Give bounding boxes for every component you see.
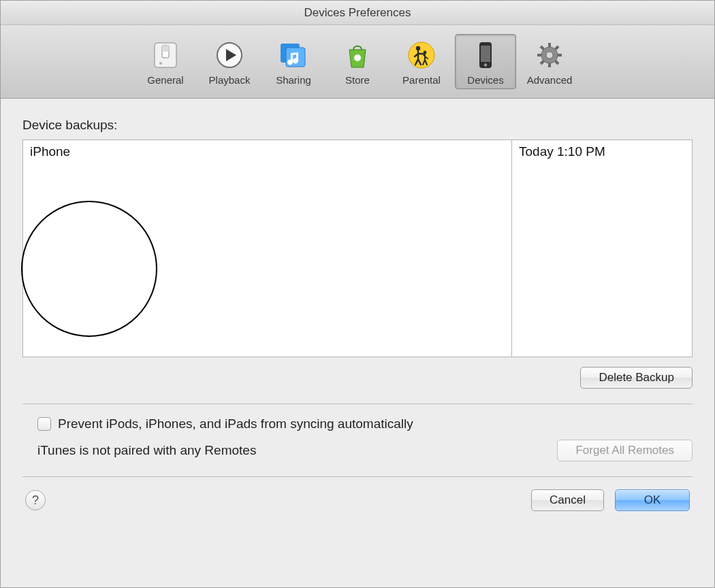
- tab-devices[interactable]: Devices: [455, 34, 516, 89]
- help-icon: ?: [32, 493, 39, 508]
- parental-icon: [405, 39, 438, 71]
- svg-line-20: [541, 46, 544, 50]
- remotes-status-label: iTunes is not paired with any Remotes: [37, 443, 256, 458]
- music-folders-icon: [277, 39, 310, 71]
- tab-label: Advanced: [527, 74, 573, 86]
- prevent-sync-label: Prevent iPods, iPhones, and iPads from s…: [58, 416, 413, 431]
- backup-names-column: iPhone: [23, 140, 512, 357]
- titlebar: Devices Preferences: [1, 1, 714, 25]
- prevent-sync-row: Prevent iPods, iPhones, and iPads from s…: [22, 416, 693, 431]
- device-backups-label: Device backups:: [22, 118, 693, 133]
- divider: [22, 404, 693, 404]
- backup-row-time: Today 1:10 PM: [512, 140, 692, 163]
- tab-label: General: [147, 74, 183, 86]
- svg-line-22: [541, 61, 544, 65]
- svg-point-14: [484, 63, 487, 66]
- forget-remotes-button[interactable]: Forget All Remotes: [557, 440, 693, 461]
- help-button[interactable]: ?: [25, 490, 46, 510]
- svg-point-3: [159, 62, 162, 65]
- svg-line-23: [556, 46, 559, 50]
- svg-point-24: [546, 52, 553, 59]
- delete-backup-button[interactable]: Delete Backup: [580, 367, 693, 389]
- svg-point-9: [409, 42, 434, 68]
- svg-line-21: [556, 61, 559, 65]
- ok-button[interactable]: OK: [615, 489, 690, 511]
- switch-icon: [149, 39, 182, 71]
- tab-advanced[interactable]: Advanced: [519, 34, 580, 89]
- backup-times-column: Today 1:10 PM: [512, 140, 692, 357]
- window-title: Devices Preferences: [304, 6, 411, 20]
- tab-label: Parental: [402, 74, 441, 86]
- play-icon: [213, 39, 246, 71]
- prevent-sync-checkbox[interactable]: [37, 417, 51, 431]
- shopping-bag-icon: [341, 39, 374, 71]
- svg-point-8: [354, 54, 361, 61]
- svg-rect-13: [481, 46, 490, 62]
- tab-sharing[interactable]: Sharing: [263, 34, 324, 89]
- tab-label: Devices: [467, 74, 503, 86]
- backup-row-name[interactable]: iPhone: [23, 140, 511, 163]
- tab-store[interactable]: Store: [327, 34, 388, 89]
- cancel-button[interactable]: Cancel: [531, 489, 604, 511]
- tab-playback[interactable]: Playback: [199, 34, 260, 89]
- toolbar: General Playback Sharing: [1, 25, 714, 99]
- footer: ? Cancel OK: [22, 476, 693, 525]
- tab-label: Store: [345, 74, 370, 86]
- remotes-row: iTunes is not paired with any Remotes Fo…: [22, 440, 693, 461]
- tab-parental[interactable]: Parental: [391, 34, 452, 89]
- svg-rect-2: [162, 46, 169, 52]
- backup-list[interactable]: iPhone Today 1:10 PM: [22, 140, 693, 357]
- tab-label: Sharing: [276, 74, 311, 86]
- content-area: Device backups: iPhone Today 1:10 PM Del…: [1, 99, 714, 587]
- tab-label: Playback: [209, 74, 251, 86]
- gear-icon: [533, 39, 566, 71]
- tab-general[interactable]: General: [135, 34, 196, 89]
- preferences-window: Devices Preferences General Playba: [0, 0, 715, 588]
- iphone-icon: [469, 39, 502, 71]
